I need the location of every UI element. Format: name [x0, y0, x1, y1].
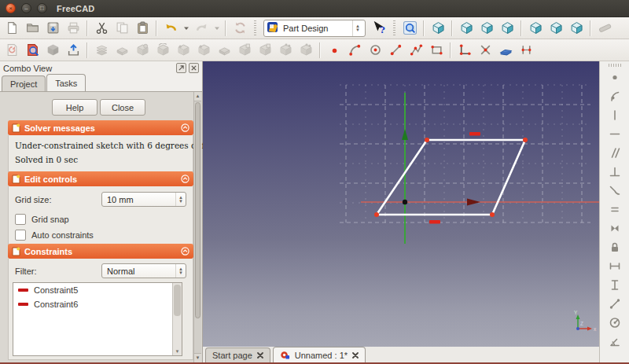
paste-button[interactable]	[133, 19, 152, 38]
left-view-button[interactable]	[567, 19, 586, 38]
sketch-vertex[interactable]	[490, 212, 495, 217]
panel-float-icon[interactable]	[176, 63, 186, 73]
constraint-filter-select[interactable]: Normal ▲▼	[101, 263, 186, 278]
scroll-up-icon[interactable]: ▲	[194, 92, 201, 101]
grid-snap-checkbox[interactable]: Grid snap	[15, 214, 69, 225]
sketch-arc-button[interactable]	[345, 41, 364, 60]
tab-close-icon[interactable]	[257, 352, 263, 358]
horizontal-constraint-marker-top[interactable]	[469, 132, 480, 136]
y-axis-label: Y	[574, 310, 578, 315]
spinner-arrows-icon[interactable]: ▲▼	[175, 193, 186, 206]
constrain-distance-button[interactable]	[605, 297, 624, 313]
sketch-line-button[interactable]	[386, 41, 405, 60]
import-button[interactable]	[64, 41, 83, 60]
undo-history-button[interactable]	[182, 19, 190, 38]
fit-all-icon	[403, 21, 417, 35]
constraint-list-item[interactable]: Constraint6	[13, 297, 182, 311]
constrain-lock-button[interactable]	[605, 241, 624, 256]
constrain-tangent-button[interactable]	[605, 184, 624, 200]
constrain-coincident-button[interactable]	[605, 71, 624, 86]
scrollbar-thumb[interactable]	[195, 102, 200, 318]
revolution-button	[133, 41, 152, 60]
collapse-icon[interactable]	[181, 175, 189, 183]
window-minimize-button[interactable]: –	[21, 3, 31, 13]
whats-this-button[interactable]: ?	[370, 19, 388, 38]
constrain-perpendicular-button[interactable]	[605, 165, 624, 181]
edit-sketch-button[interactable]	[23, 41, 42, 60]
auto-constraints-checkbox[interactable]: Auto constraints	[15, 230, 94, 241]
sketch-external-geometry-button[interactable]	[496, 41, 515, 60]
sketch-symmetry-button[interactable]	[517, 41, 535, 60]
grid-size-select[interactable]: 10 mm ▲▼	[101, 192, 186, 207]
undo-button[interactable]	[161, 19, 180, 38]
sketch-vertex[interactable]	[374, 212, 379, 217]
sketch-fillet-icon	[458, 43, 472, 57]
right-view-button[interactable]	[498, 19, 517, 38]
save-document-button[interactable]	[43, 19, 62, 38]
constrain-radius-button[interactable]	[605, 316, 624, 332]
close-button[interactable]: Close	[100, 99, 145, 116]
axonometric-view-button[interactable]	[429, 19, 447, 38]
constrain-symmetric-button[interactable]	[605, 222, 624, 237]
sketch-vertex[interactable]	[425, 138, 429, 142]
new-document-button[interactable]	[2, 19, 21, 38]
rear-view-button[interactable]	[526, 19, 545, 38]
constrain-angle-button[interactable]	[605, 335, 624, 351]
spinner-arrows-icon[interactable]: ▲▼	[175, 264, 186, 278]
constrain-vertical-button[interactable]	[605, 108, 624, 124]
sketch-rectangle-button[interactable]	[427, 41, 446, 60]
refresh-button	[230, 19, 249, 38]
constraints-header[interactable]: Constraints	[8, 244, 193, 259]
scroll-down-icon[interactable]: ▼	[194, 353, 201, 362]
toolbar-grip[interactable]	[393, 20, 395, 36]
constrain-horizontal-button[interactable]	[605, 127, 624, 143]
constraint-list-item[interactable]: Constraint5	[13, 283, 182, 297]
top-view-button[interactable]	[477, 19, 496, 38]
constrain-point-on-object-button[interactable]	[605, 90, 624, 105]
window-close-button[interactable]: ×	[6, 3, 16, 13]
fit-all-button[interactable]	[400, 19, 419, 38]
panel-scrollbar[interactable]: ▲ ▼	[193, 92, 201, 362]
solver-messages-body: Under-constrained sketch with 6 degrees …	[8, 135, 193, 172]
constrain-horizontal-distance-button[interactable]	[605, 259, 624, 275]
help-button[interactable]: Help	[52, 99, 97, 116]
sketch-trim-button[interactable]	[476, 41, 495, 60]
tab-project[interactable]: Project	[2, 75, 46, 91]
toolbar-grip[interactable]	[254, 20, 256, 36]
constrain-parallel-button[interactable]	[605, 146, 624, 162]
toolbar-grip[interactable]	[609, 64, 621, 67]
open-document-button[interactable]	[23, 19, 42, 38]
document-tab-unnamed[interactable]: Unnamed : 1*	[273, 347, 366, 362]
sketch-fillet-button[interactable]	[455, 41, 474, 60]
front-view-button[interactable]	[457, 19, 476, 38]
sketch-vertex[interactable]	[523, 138, 528, 142]
checkbox-icon[interactable]	[15, 230, 26, 241]
collapse-icon[interactable]	[181, 123, 189, 132]
edit-controls-header[interactable]: Edit controls	[8, 171, 193, 186]
checkbox-icon[interactable]	[15, 214, 26, 225]
document-tab-start-page[interactable]: Start page	[205, 347, 270, 362]
workbench-selector[interactable]: Part Design▲▼	[263, 20, 366, 37]
sketch-circle-button[interactable]	[366, 41, 384, 60]
origin-point[interactable]	[403, 200, 407, 204]
solver-messages-header[interactable]: Solver messages	[8, 120, 193, 135]
sketch-circle-icon	[369, 43, 382, 57]
sketch-point-button[interactable]	[325, 41, 344, 60]
cut-button[interactable]	[92, 19, 111, 38]
constrain-equal-button[interactable]	[605, 203, 624, 219]
list-scrollbar[interactable]: ▲ ▼	[172, 283, 182, 355]
freecad-document-icon	[280, 350, 290, 360]
bottom-view-button[interactable]	[546, 19, 565, 38]
3d-viewport[interactable]: Y x Z	[203, 61, 599, 347]
filter-label: Filter:	[15, 267, 37, 276]
scroll-down-icon[interactable]: ▼	[173, 348, 182, 355]
spinner-arrows-icon[interactable]: ▲▼	[352, 20, 362, 36]
panel-close-icon[interactable]	[189, 63, 199, 73]
constrain-vertical-distance-button[interactable]	[605, 278, 624, 294]
sketch-polyline-button[interactable]	[406, 41, 425, 60]
window-maximize-button[interactable]: □	[37, 3, 47, 13]
tab-close-icon[interactable]	[352, 352, 359, 358]
tab-tasks[interactable]: Tasks	[46, 74, 86, 91]
horizontal-constraint-marker-bottom[interactable]	[429, 220, 440, 224]
collapse-icon[interactable]	[181, 247, 189, 256]
